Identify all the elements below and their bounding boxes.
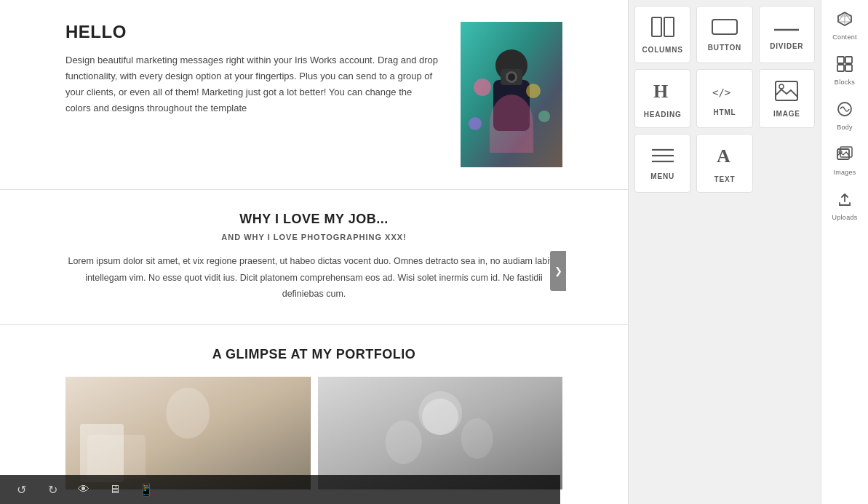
divider-icon xyxy=(774,20,799,36)
hello-text-block: HELLO Design beautiful marketing message… xyxy=(65,22,439,116)
body-icon xyxy=(837,101,853,121)
widget-heading[interactable]: H HEADING xyxy=(634,69,690,128)
portfolio-image-2 xyxy=(318,377,563,489)
sidebar-blocks-label: Blocks xyxy=(835,79,855,86)
svg-rect-19 xyxy=(712,20,737,34)
section-portfolio: A GLIMPSE AT MY PORTFOLIO xyxy=(0,325,628,489)
sidebar-images-label: Images xyxy=(833,169,856,176)
content-icon xyxy=(837,11,853,31)
widget-text-label: TEXT xyxy=(714,175,736,183)
svg-point-7 xyxy=(526,84,541,98)
widgets-area: COLUMNS BUTTON DIVIDER H xyxy=(629,0,821,504)
sidebar-item-body[interactable]: Body xyxy=(821,94,868,139)
panel-toggle-button[interactable]: ❯ xyxy=(550,251,566,291)
why-title: WHY I LOVE MY JOB... xyxy=(65,212,562,227)
menu-icon xyxy=(652,148,674,167)
sidebar-item-blocks[interactable]: Blocks xyxy=(821,49,868,94)
widget-html[interactable]: </> HTML xyxy=(696,69,752,128)
widget-menu[interactable]: MENU xyxy=(634,134,690,193)
svg-rect-0 xyxy=(461,22,562,167)
svg-point-14 xyxy=(418,391,462,435)
svg-point-24 xyxy=(779,84,784,89)
canvas-background: HELLO Design beautiful marketing message… xyxy=(0,0,628,504)
blocks-icon xyxy=(837,56,853,76)
hero-image xyxy=(461,22,562,167)
widget-button[interactable]: BUTTON xyxy=(696,6,752,63)
sidebar-content-label: Content xyxy=(832,33,857,41)
canvas: HELLO Design beautiful marketing message… xyxy=(0,0,628,504)
portfolio-title: A GLIMPSE AT MY PORTFOLIO xyxy=(65,347,562,362)
portfolio-img-1-svg xyxy=(65,377,311,489)
svg-point-6 xyxy=(474,79,491,96)
svg-point-9 xyxy=(469,117,482,130)
mobile-button[interactable]: 📱 xyxy=(136,479,156,500)
svg-point-11 xyxy=(166,388,210,439)
widget-menu-label: MENU xyxy=(650,172,674,180)
sidebar-uploads-label: Uploads xyxy=(832,214,857,221)
svg-point-8 xyxy=(538,111,550,122)
portfolio-image-1 xyxy=(65,377,311,489)
widget-text[interactable]: A TEXT xyxy=(696,134,752,193)
sidebar-item-uploads[interactable]: Uploads xyxy=(821,184,868,229)
svg-rect-17 xyxy=(652,17,661,36)
html-icon: </> xyxy=(712,82,737,103)
portfolio-img-2-svg xyxy=(318,377,563,489)
section-why: WHY I LOVE MY JOB... AND WHY I LOVE PHOT… xyxy=(0,190,628,325)
widget-columns-label: COLUMNS xyxy=(642,46,683,54)
widget-button-label: BUTTON xyxy=(708,44,741,52)
redo-button[interactable]: ↻ xyxy=(42,479,63,500)
undo-button[interactable]: ↺ xyxy=(11,479,31,500)
svg-text:A: A xyxy=(717,145,730,167)
why-subtitle: AND WHY I LOVE PHOTOGRAPHING XXX! xyxy=(65,233,562,241)
images-icon xyxy=(837,146,853,166)
widget-heading-label: HEADING xyxy=(644,111,682,119)
widget-html-label: HTML xyxy=(714,108,736,116)
widget-divider-label: DIVIDER xyxy=(770,42,803,50)
image-icon xyxy=(775,81,798,104)
text-icon: A xyxy=(714,145,736,169)
svg-rect-12 xyxy=(87,435,146,479)
widget-divider[interactable]: DIVIDER xyxy=(759,6,815,63)
svg-rect-18 xyxy=(664,17,674,36)
uploads-icon xyxy=(837,191,853,211)
svg-point-15 xyxy=(385,420,421,464)
svg-rect-32 xyxy=(845,65,852,71)
portfolio-grid xyxy=(65,377,562,489)
button-icon xyxy=(712,19,738,38)
hello-body: Design beautiful marketing messages righ… xyxy=(65,52,439,116)
sidebar-item-content[interactable]: Content xyxy=(821,4,868,49)
widget-image[interactable]: IMAGE xyxy=(759,69,815,128)
svg-rect-23 xyxy=(776,81,797,100)
widget-columns[interactable]: COLUMNS xyxy=(634,6,690,63)
svg-rect-2 xyxy=(493,80,530,131)
preview-button[interactable]: 👁 xyxy=(73,479,94,500)
svg-text:</>: </> xyxy=(712,87,730,98)
svg-rect-31 xyxy=(837,65,844,71)
sidebar-item-images[interactable]: Images xyxy=(821,139,868,184)
section-hello: HELLO Design beautiful marketing message… xyxy=(0,0,628,190)
svg-point-5 xyxy=(508,73,515,81)
heading-icon: H xyxy=(652,80,674,105)
svg-point-16 xyxy=(461,418,493,459)
desktop-button[interactable]: 🖥 xyxy=(105,479,125,500)
bottom-toolbar: ↺ ↻ 👁 🖥 📱 xyxy=(0,475,560,504)
svg-rect-29 xyxy=(837,57,844,63)
sidebar-body-label: Body xyxy=(837,124,853,131)
columns-icon xyxy=(651,17,674,40)
sidebar-icons: Content Blocks Body xyxy=(821,0,868,504)
why-body: Lorem ipsum dolor sit amet, et vix regio… xyxy=(65,253,562,303)
svg-rect-30 xyxy=(845,57,852,63)
hello-title: HELLO xyxy=(65,22,439,42)
right-panel: COLUMNS BUTTON DIVIDER H xyxy=(628,0,868,504)
widget-image-label: IMAGE xyxy=(773,110,800,118)
svg-text:H: H xyxy=(653,81,668,102)
hero-image-svg xyxy=(461,22,562,167)
